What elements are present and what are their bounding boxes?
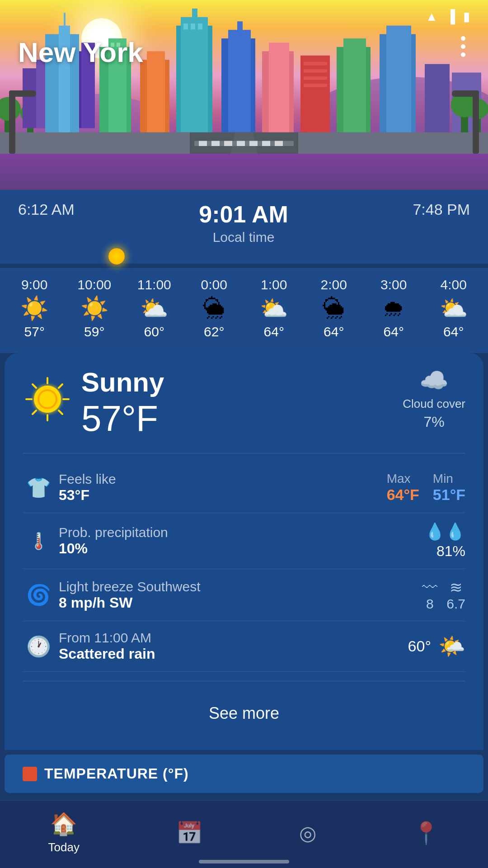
- wind-speed: 〰 8: [422, 579, 437, 612]
- svg-rect-57: [298, 132, 488, 154]
- svg-rect-54: [262, 141, 270, 146]
- current-weather-icon: [23, 374, 72, 432]
- more-menu-button[interactable]: [461, 36, 465, 57]
- svg-rect-50: [211, 141, 220, 146]
- temp-section-label: TEMPERATURE (°F): [23, 765, 465, 782]
- humidity-right: 💧💧 81%: [425, 522, 465, 560]
- svg-rect-32: [304, 62, 327, 66]
- svg-rect-19: [147, 51, 165, 132]
- nav-today[interactable]: 🏠 Today: [48, 811, 80, 854]
- svg-line-64: [59, 410, 62, 414]
- hourly-item[interactable]: 11:00 ⛅ 60°: [124, 277, 184, 340]
- svg-point-69: [39, 391, 56, 407]
- svg-rect-24: [191, 24, 195, 29]
- bottom-nav: 🏠 Today 📅 ◎ 📍: [0, 800, 488, 868]
- svg-rect-52: [237, 141, 245, 146]
- weather-card: Sunny 57°F ☁️ Cloud cover 7% 👕 Feels lik…: [5, 353, 483, 750]
- svg-rect-35: [304, 84, 327, 87]
- divider-1: [23, 453, 465, 453]
- hourly-item[interactable]: 4:00 ⛅ 64°: [424, 277, 484, 340]
- svg-rect-33: [304, 69, 327, 73]
- hourly-item[interactable]: 0:00 🌦 62°: [184, 277, 244, 340]
- hourly-item[interactable]: 10:00 ☀️ 59°: [65, 277, 125, 340]
- precipitation-icon: 🌡️: [23, 532, 54, 551]
- cloud-cover: ☁️ Cloud cover 7%: [403, 367, 465, 430]
- battery-icon: [463, 9, 470, 24]
- feels-like-row: 👕 Feels like 53°F Max 64°F Min 51°F: [23, 462, 465, 513]
- nav-location[interactable]: 📍: [413, 821, 440, 846]
- streetlamp-right: [473, 90, 479, 154]
- wind-text: Light breeze Southwest 8 mp/h SW: [59, 579, 422, 611]
- svg-rect-53: [249, 141, 258, 146]
- nav-calendar[interactable]: 📅: [176, 821, 203, 846]
- svg-rect-55: [275, 141, 283, 146]
- current-time: 9:01 AM Local time: [199, 201, 288, 245]
- svg-rect-56: [0, 132, 190, 154]
- svg-rect-51: [224, 141, 232, 146]
- svg-rect-40: [425, 64, 450, 132]
- current-temp: 57°F: [81, 398, 158, 439]
- svg-line-65: [59, 384, 62, 388]
- shirt-icon: 👕: [23, 476, 54, 500]
- wind-stats: 〰 8 ≋ 6.7: [422, 578, 465, 612]
- hourly-item[interactable]: 1:00 ⛅ 64°: [244, 277, 304, 340]
- svg-rect-22: [192, 9, 197, 21]
- city-header: New York: [0, 0, 488, 190]
- min-label: Min: [433, 472, 465, 486]
- svg-rect-49: [199, 141, 207, 146]
- svg-rect-37: [343, 38, 366, 132]
- see-more-button[interactable]: See more: [23, 690, 465, 736]
- hourly-item[interactable]: 3:00 🌧 64°: [364, 277, 424, 340]
- svg-line-66: [33, 410, 36, 414]
- alert-right: 60° 🌤️: [408, 634, 465, 659]
- wind-icon: 🌀: [23, 583, 54, 607]
- svg-rect-30: [269, 42, 289, 132]
- svg-rect-28: [237, 21, 243, 34]
- wind-row: 🌀 Light breeze Southwest 8 mp/h SW 〰 8 ≋…: [23, 569, 465, 621]
- hourly-forecast[interactable]: 9:00 ☀️ 57° 10:00 ☀️ 59° 11:00 ⛅ 60° 0:0…: [0, 268, 488, 353]
- svg-rect-12: [64, 13, 66, 28]
- signal-icon: [446, 9, 455, 24]
- min-temp: 51°F: [433, 486, 465, 504]
- alert-text: From 11:00 AM Scattered rain: [59, 630, 408, 662]
- max-min-temps: Max 64°F Min 51°F: [387, 472, 465, 504]
- max-label: Max: [387, 472, 419, 486]
- current-weather-header: Sunny 57°F ☁️ Cloud cover 7%: [23, 367, 465, 439]
- hourly-item[interactable]: 2:00 🌦 64°: [304, 277, 364, 340]
- alert-weather-icon: 🌤️: [438, 634, 465, 659]
- sun-arc: [18, 250, 470, 264]
- time-bar: 6:12 AM 9:01 AM Local time 7:48 PM: [0, 190, 488, 264]
- home-indicator: [199, 860, 289, 863]
- sunset-time: 7:48 PM: [413, 201, 470, 245]
- status-bar: [425, 9, 470, 24]
- hourly-item[interactable]: 9:00 ☀️ 57°: [5, 277, 65, 340]
- city-name: New York: [18, 36, 143, 68]
- svg-rect-31: [300, 56, 330, 132]
- streetlamp-left: [9, 90, 15, 154]
- temp-color-swatch: [23, 767, 37, 781]
- max-temp: 64°F: [387, 486, 419, 504]
- weather-description: Sunny 57°F: [81, 367, 164, 439]
- svg-rect-27: [228, 30, 251, 132]
- svg-rect-34: [304, 76, 327, 80]
- weather-main: Sunny 57°F: [23, 367, 164, 439]
- alert-row: 🕐 From 11:00 AM Scattered rain 60° 🌤️: [23, 621, 465, 672]
- location-icon: 📍: [413, 821, 440, 846]
- sunrise-time: 6:12 AM: [18, 201, 75, 245]
- svg-rect-21: [181, 17, 208, 132]
- nav-radar[interactable]: ◎: [299, 821, 316, 844]
- feels-like-text: Feels like 53°F: [59, 472, 387, 504]
- clock-icon: 🕐: [23, 635, 54, 658]
- precip-text: Prob. precipitation 10%: [59, 525, 425, 557]
- calendar-icon: 📅: [176, 821, 203, 846]
- wifi-icon: [425, 9, 438, 24]
- sun-position-indicator: [108, 248, 125, 264]
- svg-rect-39: [386, 26, 411, 132]
- divider-2: [23, 681, 465, 681]
- skyline-svg: [0, 0, 488, 154]
- svg-rect-23: [183, 24, 188, 29]
- precipitation-row: 🌡️ Prob. precipitation 10% 💧💧 81%: [23, 513, 465, 569]
- sunrise-sunset-row: 6:12 AM 9:01 AM Local time 7:48 PM: [18, 201, 470, 245]
- wind-gust: ≋ 6.7: [446, 578, 465, 612]
- svg-line-63: [33, 384, 36, 388]
